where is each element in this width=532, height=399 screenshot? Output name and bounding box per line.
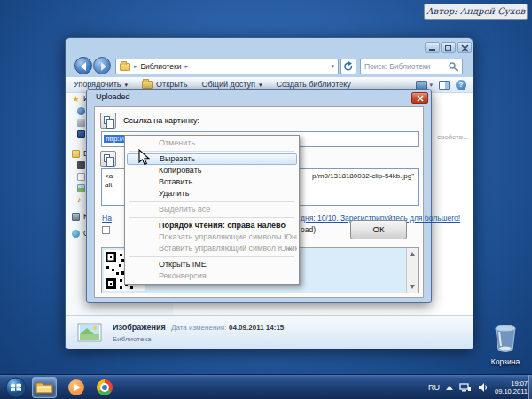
taskbar: RU 19:07 09.10.2011 — [0, 374, 532, 399]
menu-item-copy[interactable]: Копировать — [127, 165, 297, 176]
address-dropdown-icon[interactable]: ▾ — [331, 63, 334, 70]
breadcrumb-arrow-icon: ▸ — [134, 63, 137, 70]
menu-item-open-ime[interactable]: Открыть IME — [127, 259, 297, 270]
breadcrumb-arrow-icon: ▸ — [185, 63, 189, 70]
computer-icon — [72, 213, 80, 221]
menu-separator — [129, 256, 294, 257]
dialog-close-button[interactable] — [411, 92, 428, 104]
menu-item-cut[interactable]: Вырезать — [127, 153, 297, 165]
content-header-fragment: свойств... — [437, 133, 469, 141]
hidden-icons-chevron-icon[interactable] — [446, 382, 453, 390]
chevron-down-icon: ▾ — [429, 82, 433, 89]
recycle-bin-icon — [492, 325, 519, 353]
preview-pane-button[interactable] — [439, 81, 450, 90]
taskbar-chrome-button[interactable] — [92, 377, 117, 398]
language-indicator[interactable]: RU — [428, 383, 440, 392]
pictures-library-icon — [77, 321, 104, 344]
close-icon — [417, 95, 425, 103]
search-placeholder: Поиск: Библиотеки — [364, 62, 430, 71]
back-icon — [81, 62, 86, 71]
close-icon — [461, 44, 469, 52]
minimize-button[interactable] — [425, 42, 440, 53]
refresh-button[interactable] — [340, 59, 356, 74]
menu-item-paste[interactable]: Вставить — [127, 176, 297, 188]
taskbar-media-player-button[interactable] — [64, 377, 89, 398]
context-menu: Отменить Вырезать Копировать Вставить Уд… — [124, 135, 300, 285]
checkbox-label-fragment: oad) — [301, 225, 316, 234]
search-icon[interactable] — [449, 62, 458, 72]
network-icon — [72, 230, 80, 238]
dialog-checkbox[interactable] — [102, 226, 110, 234]
item-type: Библиотека — [113, 335, 152, 343]
taskbar-explorer-button[interactable] — [32, 377, 57, 398]
menu-separator — [129, 217, 294, 218]
media-player-icon — [68, 379, 84, 395]
menu-item-reconversion: Реконверсия — [127, 270, 297, 282]
breadcrumb-item[interactable]: Библиотеки — [141, 62, 182, 71]
recycle-bin-label: Корзина — [486, 357, 525, 366]
scroll-down-icon[interactable] — [410, 285, 415, 289]
windows-logo-icon — [5, 377, 27, 398]
copy-icon — [104, 154, 110, 162]
chrome-icon — [97, 379, 113, 395]
code-fragment: p/m0/1318180032-clip-54kb.jpg" — [312, 172, 414, 180]
details-pane: Изображения Дата изменения: 04.09.2011 1… — [66, 315, 473, 349]
videos-icon — [77, 161, 85, 169]
start-button[interactable] — [4, 377, 28, 398]
copy-code-button[interactable] — [100, 151, 116, 167]
author-tag: Автор: Андрей Сухов — [424, 4, 528, 20]
code-fragment: <a — [105, 172, 113, 180]
menu-item-label: Вставить управляющий символ Юникода — [159, 244, 297, 253]
menu-item-undo: Отменить — [127, 137, 297, 149]
menu-item-delete[interactable]: Удалить — [127, 188, 297, 200]
network-tray-icon[interactable] — [459, 382, 472, 393]
folder-icon — [142, 81, 153, 89]
volume-tray-icon[interactable] — [478, 382, 489, 393]
quota-link[interactable]: На — [102, 214, 112, 223]
dialog-title: Uploaded — [96, 92, 130, 101]
menu-item-show-unicode: Показать управляющие символы Юникода — [127, 231, 297, 243]
link-label: Ссылка на картинку: — [123, 116, 200, 125]
views-icon — [416, 81, 427, 90]
modified-value: 04.09.2011 14:15 — [229, 324, 284, 332]
scroll-up-icon[interactable] — [410, 252, 415, 256]
star-icon: ★ — [72, 95, 80, 103]
desktop: Автор: Андрей Сухов ▸ Библиотеки ▸ ▾ — [0, 0, 532, 399]
folder-icon — [120, 63, 130, 71]
minimize-icon — [429, 49, 435, 51]
selected-item-name: Изображения — [113, 323, 166, 332]
menu-item-select-all: Выделить все — [127, 204, 297, 215]
modified-label: Дата изменения: — [171, 324, 226, 332]
clock-time: 19:07 — [495, 379, 528, 387]
menu-item-reading-order[interactable]: Порядок чтения: справа налево — [127, 220, 297, 231]
menu-separator — [129, 151, 294, 152]
forward-button[interactable] — [93, 57, 111, 74]
ok-button[interactable]: ОК — [350, 220, 407, 239]
pictures-icon — [77, 184, 85, 192]
libraries-icon — [72, 150, 80, 158]
window-caption-buttons — [424, 42, 472, 53]
taskbar-clock[interactable]: 19:07 09.10.2011 — [495, 379, 528, 395]
search-input[interactable]: Поиск: Библиотеки — [360, 59, 463, 74]
desktop-icon — [77, 130, 85, 138]
change-view-button[interactable]: ▾ — [416, 81, 433, 90]
list-scrollbar[interactable] — [406, 248, 418, 293]
help-button[interactable]: ? — [456, 80, 466, 90]
maximize-icon — [445, 45, 451, 51]
clock-date: 09.10.2011 — [495, 387, 528, 395]
maximize-button[interactable] — [441, 42, 456, 53]
back-button[interactable] — [74, 57, 92, 74]
address-bar[interactable]: ▸ Библиотеки ▸ ▾ — [115, 59, 339, 74]
code-fragment: alt — [105, 181, 112, 189]
show-desktop-button[interactable] — [528, 375, 532, 399]
refresh-icon — [343, 61, 354, 72]
recycle-bin[interactable]: Корзина — [486, 325, 525, 366]
explorer-folder-icon — [35, 380, 53, 395]
recent-places-icon — [77, 119, 85, 127]
close-button[interactable] — [457, 42, 472, 53]
submenu-arrow-icon: ▸ — [288, 243, 292, 254]
copy-link-button[interactable] — [100, 113, 116, 129]
mouse-cursor — [138, 149, 150, 166]
forward-icon — [101, 62, 106, 71]
copy-icon — [104, 116, 110, 124]
